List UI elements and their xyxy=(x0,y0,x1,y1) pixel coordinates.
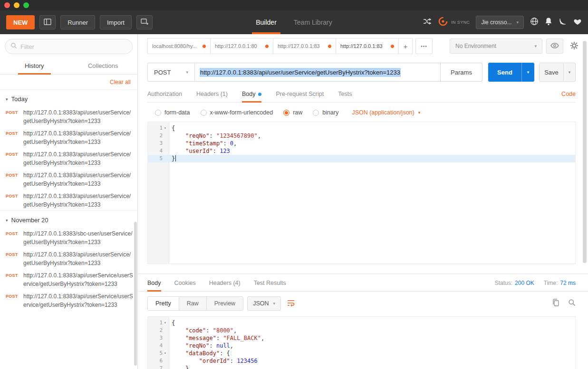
history-request-item[interactable]: POSThttp://127.0.0.1:8383/sbc-user/userS… xyxy=(0,227,137,248)
minimize-window-button[interactable] xyxy=(14,2,19,8)
clear-all-link[interactable]: Clear all xyxy=(110,79,131,85)
code-line[interactable]: 1▾{ xyxy=(148,124,575,132)
tab-authorization[interactable]: Authorization xyxy=(147,91,182,102)
filter-input[interactable] xyxy=(20,43,127,50)
response-tab-body[interactable]: Body xyxy=(147,280,161,291)
history-request-item[interactable]: POSThttp://127.0.0.1:8383/api/user/userS… xyxy=(0,127,137,148)
history-request-item[interactable]: POSThttp://127.0.0.1:8383/api/user/userS… xyxy=(0,189,137,210)
user-menu[interactable]: Jie crosso... ▾ xyxy=(476,16,524,29)
runner-button[interactable]: Runner xyxy=(60,15,95,29)
environment-select[interactable]: No Environment ▾ xyxy=(450,38,542,54)
history-request-item[interactable]: POSThttp://127.0.0.1:8383/api/user/userS… xyxy=(0,169,137,189)
content-type-select[interactable]: JSON (application/json) ▾ xyxy=(352,109,420,116)
send-options-button[interactable]: ▾ xyxy=(521,63,534,82)
code-line[interactable]: 4 "reqNo": null, xyxy=(148,342,575,350)
code-line[interactable]: 2 "reqNo": "1234567890", xyxy=(148,132,575,140)
code-line[interactable]: 1▾{ xyxy=(148,319,575,327)
response-format-select[interactable]: JSON ▾ xyxy=(247,296,281,311)
history-request-item[interactable]: POSThttp://127.0.0.1:8383/api/user/userS… xyxy=(0,148,137,169)
view-pretty[interactable]: Pretty xyxy=(148,297,179,310)
open-request-tab-label: http://127.0.0.1:83 xyxy=(340,43,388,49)
line-number: 4 xyxy=(148,342,169,350)
fold-arrow-icon[interactable]: ▾ xyxy=(163,350,168,357)
response-tab-headers-4[interactable]: Headers (4) xyxy=(209,280,241,291)
tab-builder[interactable]: Builder xyxy=(256,10,277,34)
tab-team-library[interactable]: Team Library xyxy=(294,10,332,34)
search-response-button[interactable] xyxy=(568,299,576,308)
save-button[interactable]: Save xyxy=(539,63,564,82)
tab-history[interactable]: History xyxy=(0,58,69,74)
open-request-tab[interactable]: http://127.0.0.1:83 xyxy=(336,38,399,54)
send-button[interactable]: Send xyxy=(488,63,521,82)
sidebar: History Collections Clear all ▾TodayPOST… xyxy=(0,34,138,369)
unsaved-changes-dot xyxy=(265,45,269,48)
tab-headers-1[interactable]: Headers (1) xyxy=(196,91,228,102)
favorites-button[interactable] xyxy=(573,18,582,27)
zoom-window-button[interactable] xyxy=(23,2,29,8)
method-select[interactable]: POST ▾ xyxy=(147,63,195,82)
history-request-item[interactable]: POSThttp://127.0.0.1:8383/api/user/userS… xyxy=(0,106,137,127)
open-request-tab[interactable]: localhost:8080/hy... xyxy=(147,38,211,54)
view-raw[interactable]: Raw xyxy=(179,297,207,310)
fold-arrow-icon[interactable]: ▾ xyxy=(163,124,168,132)
request-url-text: http://127.0.0.1:8383/api/user/userServi… xyxy=(23,129,134,146)
sync-dish-button[interactable] xyxy=(559,17,567,28)
body-mode-raw[interactable]: raw xyxy=(283,109,302,116)
url-input[interactable]: http://127.0.0.1:8383/api/user/userServi… xyxy=(195,63,441,82)
sync-status[interactable]: IN SYNC xyxy=(438,16,470,28)
history-section-header[interactable]: ▾Today xyxy=(0,90,137,106)
filter-box xyxy=(5,39,133,54)
notifications-button[interactable] xyxy=(545,17,552,28)
open-request-tab[interactable]: http://127.0.0.1:80 xyxy=(210,38,273,54)
open-request-tab[interactable]: http://127.0.0.1:83 xyxy=(273,38,336,54)
settings-button[interactable] xyxy=(567,38,581,54)
community-button[interactable] xyxy=(530,17,539,28)
history-list: ▾TodayPOSThttp://127.0.0.1:8383/api/user… xyxy=(0,90,137,369)
request-body-editor[interactable]: 1▾{2 "reqNo": "1234567890",3 "timeStamp"… xyxy=(147,122,576,264)
wrap-lines-button[interactable] xyxy=(287,299,295,308)
save-options-button[interactable]: ▾ xyxy=(564,63,576,82)
code-line[interactable]: 7 } xyxy=(148,365,575,369)
code-line[interactable]: 3 "timeStamp": 0, xyxy=(148,140,575,147)
body-mode-x-www-form-urlencoded[interactable]: x-www-form-urlencoded xyxy=(201,109,273,116)
copy-response-button[interactable] xyxy=(552,299,559,308)
code-link[interactable]: Code xyxy=(561,91,576,102)
params-button[interactable]: Params xyxy=(441,63,482,82)
environment-preview-button[interactable] xyxy=(546,38,563,54)
request-method-label: POST xyxy=(6,229,20,246)
tab-pre-request-script[interactable]: Pre-request Script xyxy=(276,91,324,102)
request-url-text: http://127.0.0.1:8383/api/userService/us… xyxy=(23,271,134,288)
response-tab-test-results[interactable]: Test Results xyxy=(254,280,286,291)
response-body-editor[interactable]: 1▾{2 "code": "8000",3 "message": "FALL_B… xyxy=(147,316,576,369)
history-request-item[interactable]: POSThttp://127.0.0.1:8383/api/userServic… xyxy=(0,290,137,311)
body-mode-form-data[interactable]: form-data xyxy=(155,109,190,116)
unsaved-changes-dot xyxy=(391,45,394,48)
more-tabs-button[interactable]: ••• xyxy=(415,38,433,54)
code-text: "userId": 123 xyxy=(169,147,230,155)
history-section-header[interactable]: ▾November 20 xyxy=(0,210,137,227)
response-tab-cookies[interactable]: Cookies xyxy=(174,280,196,291)
code-line[interactable]: 6 "orderId": 123456 xyxy=(148,357,575,365)
sidebar-toggle-button[interactable] xyxy=(39,15,56,29)
interceptor-button[interactable] xyxy=(423,18,432,27)
code-line[interactable]: 5} xyxy=(148,155,575,162)
sidebar-scrollbar[interactable] xyxy=(134,222,137,366)
code-line[interactable]: 4 "userId": 123 xyxy=(148,147,575,155)
main-scrollbar[interactable] xyxy=(583,41,587,263)
history-request-item[interactable]: POSThttp://127.0.0.1:8383/api/userServic… xyxy=(0,269,137,290)
tab-body[interactable]: Body xyxy=(242,91,262,102)
tab-collections[interactable]: Collections xyxy=(69,58,138,74)
new-button[interactable]: NEW xyxy=(6,15,35,29)
new-window-button[interactable] xyxy=(136,15,153,29)
import-button[interactable]: Import xyxy=(100,15,132,29)
close-window-button[interactable] xyxy=(4,2,10,8)
tab-tests[interactable]: Tests xyxy=(338,91,352,102)
body-mode-binary[interactable]: binary xyxy=(313,109,338,116)
view-preview[interactable]: Preview xyxy=(207,297,243,310)
history-request-item[interactable]: POSThttp://127.0.0.1:8383/api/user/userS… xyxy=(0,248,137,269)
add-tab-button[interactable]: + xyxy=(398,38,413,54)
fold-arrow-icon[interactable]: ▾ xyxy=(163,319,168,327)
code-line[interactable]: 5▾ "dataBody": { xyxy=(148,350,575,357)
code-line[interactable]: 2 "code": "8000", xyxy=(148,327,575,334)
code-line[interactable]: 3 "message": "FALL_BACK", xyxy=(148,334,575,342)
